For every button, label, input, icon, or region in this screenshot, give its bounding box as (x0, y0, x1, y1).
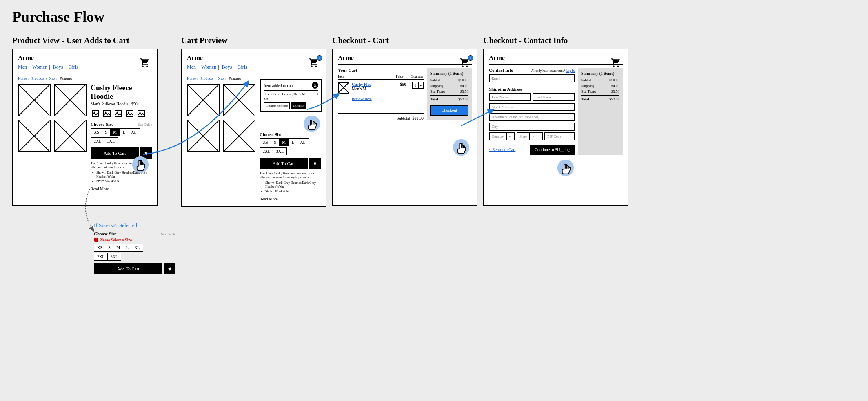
image-icon[interactable] (136, 109, 146, 118)
cursor-pointer-icon (557, 159, 575, 178)
remove-item-link[interactable]: Remove Item (352, 97, 372, 101)
item-name-link[interactable]: Cushy Flee (352, 82, 371, 87)
svg-point-0 (94, 112, 95, 113)
cart-badge: 1 (317, 55, 322, 61)
panel-3-title: Checkout - Cart (332, 36, 477, 45)
nav-men[interactable]: Men (187, 64, 196, 70)
error-message: Please Select a Size (94, 238, 175, 242)
thumbnail-placeholder[interactable] (18, 120, 51, 152)
size-l[interactable]: L (120, 128, 129, 136)
nav-women[interactable]: Women (32, 64, 47, 70)
nav-links: Men| Women| Boys| Girls (18, 64, 152, 70)
state-select[interactable]: State▾ (517, 132, 543, 140)
apt-field[interactable] (489, 113, 575, 121)
size-m[interactable]: M (110, 128, 120, 136)
image-icon[interactable] (91, 109, 100, 118)
crumb-home[interactable]: Home (18, 76, 27, 80)
cart-line-item: Cushy Flee Men's M $50 1▾ (338, 82, 424, 94)
svg-point-3 (128, 112, 129, 113)
thumbnail-placeholder[interactable] (18, 84, 51, 116)
nav-boys[interactable]: Boys (222, 64, 232, 70)
nav-girls[interactable]: Girls (238, 64, 247, 70)
svg-point-4 (140, 112, 141, 113)
first-name-field[interactable] (489, 93, 531, 101)
size-3xl[interactable]: 3XL (104, 137, 118, 145)
error-state-callout: If Size isn't Selected Choose Size Size … (94, 222, 175, 274)
panel-4-title: Checkout - Contact Info (483, 36, 628, 45)
nav-girls[interactable]: Girls (69, 64, 78, 70)
panel-1-title: Product View - User Adds to Cart (12, 36, 175, 45)
read-more-link[interactable]: Read More (91, 187, 109, 191)
choose-size-label: Choose Size (91, 122, 113, 127)
popover-title: Item added to cart (264, 83, 293, 88)
size-xl[interactable]: XL (128, 128, 140, 136)
panel-2-title: Cart Preview (181, 36, 326, 45)
panel-checkout-contact: Acme Contact Info Already have an accoun… (483, 49, 628, 206)
crumb-xyz[interactable]: Xyz (49, 76, 55, 80)
continue-shopping-button[interactable]: Continue Shopping (264, 102, 290, 109)
item-thumbnail (338, 82, 349, 94)
add-to-cart-button[interactable]: Add To Cart (94, 263, 162, 274)
contact-info-heading: Contact Info (489, 68, 513, 73)
item-price: $50 (400, 82, 406, 87)
panel-checkout-cart: Acme 1 Your Cart Item Price Quantity Cus… (332, 49, 477, 206)
image-icon[interactable] (113, 109, 123, 118)
size-xs[interactable]: XS (91, 128, 102, 136)
size-guide-link[interactable]: Size Guide (138, 123, 152, 127)
city-field[interactable] (489, 123, 575, 131)
thumbnail-placeholder[interactable] (54, 84, 87, 116)
cart-icon[interactable]: 1 (308, 58, 320, 70)
crumb-products[interactable]: Products (31, 76, 44, 80)
zip-field[interactable] (544, 132, 575, 140)
quantity-stepper[interactable]: 1▾ (412, 82, 424, 89)
product-name: Cushy Fleece Hoodie (91, 84, 152, 101)
nav-boys[interactable]: Boys (53, 64, 63, 70)
error-title: If Size isn't Selected (94, 222, 175, 229)
title-divider (12, 29, 856, 29)
continue-to-shipping-button[interactable]: Continue to Shipping (530, 145, 575, 155)
email-field[interactable] (489, 74, 575, 82)
size-s[interactable]: S (102, 128, 111, 136)
breadcrumb: Home› Products› Xyz› Features (18, 76, 152, 80)
panel-product-view: Acme Men| Women| Boys| Girls Home› Produ… (12, 49, 158, 206)
favorite-button[interactable]: ♥ (164, 263, 175, 274)
product-thumbnails (18, 84, 87, 191)
cursor-pointer-icon (452, 138, 470, 158)
nav-men[interactable]: Men (18, 64, 27, 70)
image-icon[interactable] (125, 109, 135, 118)
return-to-cart-link[interactable]: < Return to Cart (489, 147, 515, 152)
svg-point-2 (117, 112, 118, 113)
image-icon[interactable] (102, 109, 112, 118)
order-summary: Summary (1 items) Subtotal:$50.00 Shippi… (578, 68, 623, 155)
size-2xl[interactable]: 2XL (91, 137, 104, 145)
crumb-features: Features (60, 76, 72, 80)
panel-cart-preview: Acme Men| Women| Boys| Girls 1 Home› Pro… (181, 49, 326, 207)
country-select[interactable]: Country▾ (489, 132, 515, 140)
cart-popover: Item added to cart ✕ Cushy Fleece Hoodie… (260, 79, 322, 112)
checkout-button[interactable]: Checkout (291, 102, 306, 109)
brand-logo: Acme (18, 54, 152, 62)
order-summary: Summary (1 items) Subtotal:$50.00 Shippi… (427, 68, 472, 120)
cart-icon[interactable] (139, 58, 151, 70)
close-icon[interactable]: ✕ (312, 82, 318, 89)
panels-row: Product View - User Adds to Cart Acme Me… (12, 36, 856, 274)
cart-icon[interactable] (610, 58, 622, 70)
checkout-button[interactable]: Checkout (430, 105, 468, 116)
thumbnail-placeholder[interactable] (54, 120, 87, 152)
cart-icon[interactable]: 1 (459, 58, 471, 70)
media-icons (91, 109, 152, 118)
street-field[interactable] (489, 103, 575, 111)
login-link[interactable]: Log In (566, 69, 575, 73)
cursor-pointer-icon (131, 156, 149, 175)
nav-women[interactable]: Women (201, 64, 216, 70)
your-cart-heading: Your Cart (338, 68, 424, 73)
svg-point-1 (105, 112, 107, 113)
last-name-field[interactable] (533, 93, 575, 101)
page-title: Purchase Flow (12, 8, 856, 25)
cursor-pointer-icon (303, 115, 321, 134)
shipping-heading: Shipping Address (489, 87, 575, 91)
